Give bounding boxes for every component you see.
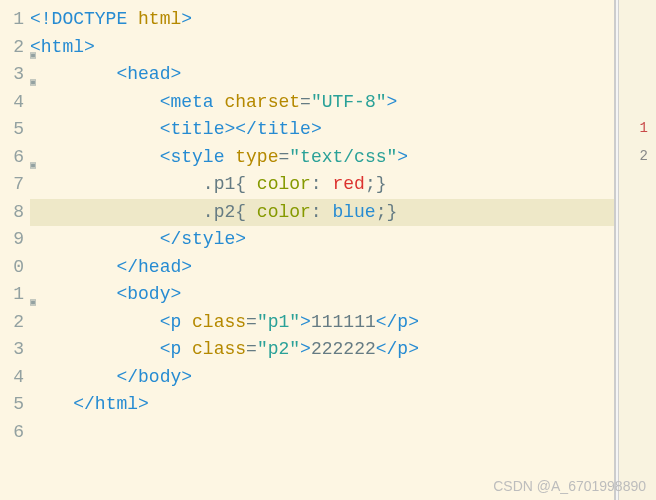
line-number: 0 bbox=[0, 254, 26, 282]
line-number: 9 bbox=[0, 226, 26, 254]
code-line: <p class="p1">111111</p> bbox=[30, 309, 614, 337]
watermark: CSDN @A_6701998890 bbox=[493, 478, 646, 494]
code-line: .p1{ color: red;} bbox=[30, 171, 614, 199]
line-number: 2 bbox=[0, 309, 26, 337]
code-line: <!DOCTYPE html> bbox=[30, 6, 614, 34]
code-editor: 1 2▣ 3▣ 4 5 6▣ 7 8 9 0 1▣ 2 3 4 5 6 <!DO… bbox=[0, 0, 616, 500]
line-number-gutter: 1 2▣ 3▣ 4 5 6▣ 7 8 9 0 1▣ 2 3 4 5 6 bbox=[0, 0, 26, 500]
preview-mark: 1 bbox=[640, 120, 648, 136]
line-number: 5 bbox=[0, 116, 26, 144]
line-number: 7 bbox=[0, 171, 26, 199]
line-number: 6▣ bbox=[0, 144, 26, 172]
line-number: 3▣ bbox=[0, 61, 26, 89]
line-number: 6 bbox=[0, 419, 26, 447]
line-number: 4 bbox=[0, 364, 26, 392]
code-line bbox=[30, 419, 614, 447]
preview-mark: 2 bbox=[640, 148, 648, 164]
code-line: </html> bbox=[30, 391, 614, 419]
code-line: <head> bbox=[30, 61, 614, 89]
code-line: <html> bbox=[30, 34, 614, 62]
line-number: 3 bbox=[0, 336, 26, 364]
code-line: <style type="text/css"> bbox=[30, 144, 614, 172]
code-line: <body> bbox=[30, 281, 614, 309]
code-line: </head> bbox=[30, 254, 614, 282]
code-line: </body> bbox=[30, 364, 614, 392]
code-line-highlighted: .p2{ color: blue;} bbox=[30, 199, 614, 227]
code-area[interactable]: <!DOCTYPE html> <html> <head> <meta char… bbox=[26, 0, 614, 500]
preview-panel: 1 2 bbox=[618, 0, 656, 500]
line-number: 4 bbox=[0, 89, 26, 117]
code-line: </style> bbox=[30, 226, 614, 254]
code-line: <p class="p2">222222</p> bbox=[30, 336, 614, 364]
line-number: 8 bbox=[0, 199, 26, 227]
line-number: 5 bbox=[0, 391, 26, 419]
line-number: 2▣ bbox=[0, 34, 26, 62]
code-line: <meta charset="UTF-8"> bbox=[30, 89, 614, 117]
line-number: 1 bbox=[0, 6, 26, 34]
line-number: 1▣ bbox=[0, 281, 26, 309]
code-line: <title></title> bbox=[30, 116, 614, 144]
